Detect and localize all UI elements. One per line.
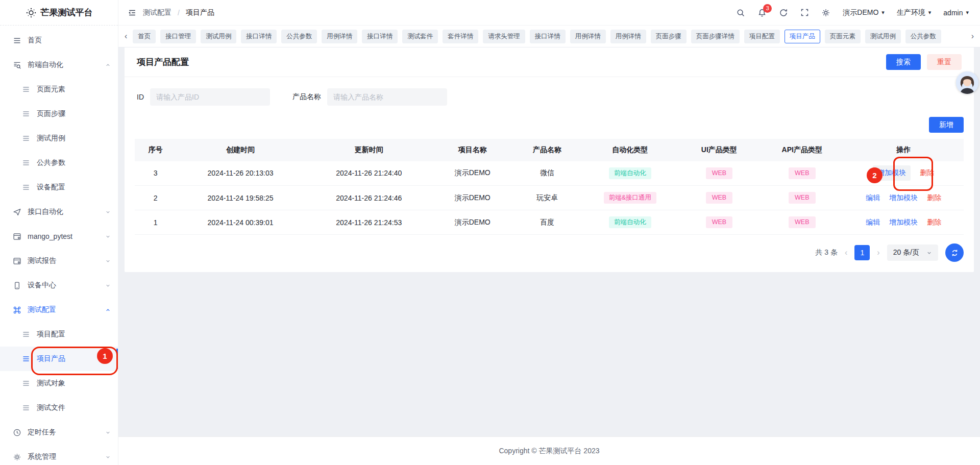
- delete-link[interactable]: 删除: [920, 168, 934, 178]
- menu-fold-icon[interactable]: [128, 8, 137, 17]
- add-module-link[interactable]: 增加模块: [889, 218, 918, 227]
- sidebar-group-mango-pytest[interactable]: mango_pytest: [0, 224, 118, 249]
- menu-lines-icon: [21, 158, 31, 167]
- delete-link[interactable]: 删除: [927, 193, 941, 203]
- sidebar-item-device-config[interactable]: 设备配置: [0, 175, 118, 200]
- sidebar-group-scheduled-tasks[interactable]: 定时任务: [0, 420, 118, 445]
- reset-button[interactable]: 重置: [927, 54, 962, 70]
- product-id-input[interactable]: [150, 88, 270, 106]
- tabs-scroll-right-icon[interactable]: ›: [970, 32, 975, 41]
- sidebar-item-project-product[interactable]: 项目产品: [0, 347, 118, 371]
- add-module-link[interactable]: 增加模块: [873, 165, 911, 181]
- tab-item[interactable]: 用例详情: [322, 30, 357, 43]
- ui-type-tag: WEB: [706, 167, 732, 179]
- sidebar-group-test-report[interactable]: 测试报告: [0, 249, 118, 273]
- page-size-select[interactable]: 20 条/页: [887, 244, 938, 261]
- copyright-text: Copyright © 芒果测试平台 2023: [499, 447, 599, 456]
- tab-item[interactable]: 首页: [133, 30, 156, 43]
- col-updated: 更新时间: [305, 139, 433, 161]
- tab-item[interactable]: 项目配置: [744, 30, 780, 43]
- tab-item[interactable]: 页面步骤: [651, 30, 687, 43]
- edit-link[interactable]: 编辑: [866, 218, 880, 227]
- sidebar-group-device-center[interactable]: 设备中心: [0, 273, 118, 298]
- product-name-input[interactable]: [327, 88, 447, 106]
- tab-item[interactable]: 测试用例: [201, 30, 236, 43]
- sidebar-item-test-cases[interactable]: 测试用例: [0, 126, 118, 151]
- tab-item[interactable]: 公共参数: [281, 30, 317, 43]
- tab-item[interactable]: 套件详情: [443, 30, 478, 43]
- settings-gear-icon[interactable]: [821, 8, 830, 17]
- tab-item[interactable]: 接口详情: [241, 30, 277, 43]
- tab-item[interactable]: 用例详情: [610, 30, 646, 43]
- sidebar-group-frontend-automation[interactable]: 前端自动化: [0, 53, 118, 77]
- tab-item[interactable]: 接口详情: [362, 30, 398, 43]
- search-icon[interactable]: [736, 8, 745, 17]
- add-module-link[interactable]: 增加模块: [889, 193, 918, 203]
- search-button[interactable]: 搜索: [886, 54, 921, 70]
- tab-item[interactable]: 接口详情: [530, 30, 566, 43]
- username: admin: [943, 9, 963, 17]
- environment-selector[interactable]: 生产环境 ▾: [897, 8, 932, 17]
- api-type-tag: WEB: [789, 192, 815, 204]
- header-actions: 3 演示DEMO ▾ 生产环境 ▾ admin ▾: [736, 8, 969, 17]
- col-product: 产品名称: [512, 139, 582, 161]
- page-prev-icon[interactable]: ‹: [845, 248, 847, 257]
- user-menu[interactable]: admin ▾: [943, 9, 969, 17]
- sidebar: 芒果测试平台 首页 前端自动化 页面元素 页面步骤 测试用例 公共参数: [0, 0, 118, 465]
- chevron-down-icon: [105, 209, 111, 215]
- tab-item[interactable]: 接口管理: [160, 30, 196, 43]
- sidebar-item-test-file[interactable]: 测试文件: [0, 396, 118, 420]
- sidebar-item-public-params[interactable]: 公共参数: [0, 151, 118, 175]
- tab-item[interactable]: 测试用例: [865, 30, 901, 43]
- delete-link[interactable]: 删除: [927, 218, 941, 227]
- tab-item[interactable]: 页面步骤详情: [691, 30, 740, 43]
- col-index: 序号: [135, 139, 176, 161]
- add-button[interactable]: 新增: [929, 117, 964, 133]
- sidebar-group-test-config[interactable]: 测试配置: [0, 298, 118, 322]
- card-header: 项目产品配置 搜索 重置: [125, 47, 974, 77]
- sidebar-group-system-management[interactable]: 系统管理: [0, 445, 118, 465]
- tabs-strip: 首页 接口管理 测试用例 接口详情 公共参数 用例详情 接口详情 测试套件 套件…: [133, 30, 965, 43]
- chevron-up-icon: [105, 307, 111, 313]
- project-selector[interactable]: 演示DEMO ▾: [843, 8, 885, 17]
- menu-lines-icon: [21, 85, 31, 94]
- tab-item[interactable]: 公共参数: [905, 30, 941, 43]
- tab-item[interactable]: 测试套件: [402, 30, 438, 43]
- tab-item[interactable]: 请求头管理: [483, 30, 525, 43]
- pagination-total: 共 3 条: [815, 248, 838, 257]
- filter-product-name-label: 产品名称: [292, 92, 321, 102]
- table-row: 3 2024-11-26 20:13:03 2024-11-26 21:24:4…: [135, 161, 964, 186]
- tab-item-active[interactable]: 项目产品: [785, 30, 820, 43]
- edit-link[interactable]: 编辑: [866, 193, 880, 203]
- table-row: 2 2024-11-24 19:58:25 2024-11-26 21:24:4…: [135, 186, 964, 210]
- breadcrumb-section[interactable]: 测试配置: [143, 8, 172, 17]
- col-project: 项目名称: [433, 139, 512, 161]
- api-type-tag: WEB: [789, 167, 815, 179]
- sidebar-item-home[interactable]: 首页: [0, 28, 118, 53]
- sidebar-item-project-config[interactable]: 项目配置: [0, 322, 118, 347]
- open-tabs-bar: ‹ 首页 接口管理 测试用例 接口详情 公共参数 用例详情 接口详情 测试套件 …: [118, 26, 980, 47]
- sidebar-item-test-object[interactable]: 测试对象: [0, 371, 118, 396]
- avatar[interactable]: [956, 71, 978, 94]
- menu-lines-icon: [21, 183, 31, 192]
- table-refresh-button[interactable]: [945, 243, 964, 262]
- sidebar-item-page-elements[interactable]: 页面元素: [0, 77, 118, 102]
- tabs-scroll-left-icon[interactable]: ‹: [124, 32, 128, 41]
- layout-icon: [12, 232, 21, 241]
- notifications-bell-icon[interactable]: 3: [757, 8, 767, 17]
- ui-type-tag: WEB: [706, 192, 732, 204]
- menu-lines-icon: [21, 379, 31, 388]
- page-number-current[interactable]: 1: [854, 245, 870, 260]
- fullscreen-icon[interactable]: [800, 8, 809, 17]
- refresh-icon[interactable]: [779, 8, 788, 17]
- clock-icon: [12, 428, 21, 437]
- page-next-icon[interactable]: ›: [877, 248, 879, 257]
- caret-down-icon: ▾: [966, 10, 969, 15]
- sidebar-group-api-automation[interactable]: 接口自动化: [0, 200, 118, 224]
- gear-icon: [12, 452, 21, 461]
- tab-item[interactable]: 用例详情: [570, 30, 606, 43]
- list-search-icon: [12, 60, 21, 69]
- tab-item[interactable]: 页面元素: [825, 30, 861, 43]
- col-actions: 操作: [843, 139, 964, 161]
- sidebar-item-page-steps[interactable]: 页面步骤: [0, 102, 118, 126]
